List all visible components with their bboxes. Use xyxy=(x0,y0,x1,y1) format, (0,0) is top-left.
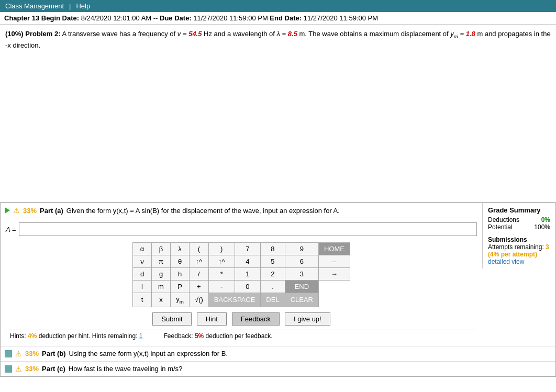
menu-help[interactable]: Help xyxy=(76,2,90,10)
chapter-info: Chapter 13 Begin Date: 8/24/2020 12:01:0… xyxy=(0,12,556,25)
key-dot[interactable]: . xyxy=(261,281,285,293)
hints-remaining[interactable]: 1 xyxy=(139,332,143,340)
due-date: 11/27/2020 11:59:00 PM xyxy=(193,14,268,22)
v-unit: Hz and a wavelength of xyxy=(204,30,275,38)
key-x[interactable]: x xyxy=(152,293,171,307)
key-clear[interactable]: CLEAR xyxy=(285,293,318,307)
grade-summary: Grade Summary Deductions 0% Potential 10… xyxy=(482,203,555,268)
problem-statement: (10%) Problem 2: A transverse wave has a… xyxy=(0,25,556,203)
deductions-value: 0% xyxy=(541,216,550,223)
key-P[interactable]: P xyxy=(171,281,190,293)
key-beta[interactable]: β xyxy=(152,243,171,255)
part-b-icon xyxy=(5,350,12,357)
detailed-view-link[interactable]: detailed view xyxy=(488,258,524,265)
key-m[interactable]: m xyxy=(152,281,171,293)
key-sup2[interactable]: ↑^ xyxy=(208,255,235,268)
feedback-label: Feedback: xyxy=(164,332,193,340)
attempts-note: (4% per attempt) xyxy=(488,251,550,258)
attempts-value: 3 xyxy=(546,243,549,251)
part-c-row: ⚠ 33% Part (c) How fast is the wave trav… xyxy=(1,361,555,376)
ym-label: ym = xyxy=(450,30,465,38)
answer-input[interactable] xyxy=(19,222,477,236)
key-t[interactable]: t xyxy=(133,293,152,307)
key-end[interactable]: END xyxy=(285,281,318,293)
part-c-label: Part (c) xyxy=(42,365,65,373)
buttons-row: Submit Hint Feedback I give up! xyxy=(6,312,477,326)
key-theta[interactable]: θ xyxy=(171,255,190,268)
key-8[interactable]: 8 xyxy=(261,243,285,255)
key-minus[interactable]: - xyxy=(208,281,235,293)
key-sup1[interactable]: ↑^ xyxy=(190,255,209,268)
deductions-label: Deductions xyxy=(488,216,519,223)
key-del[interactable]: DEL xyxy=(261,293,285,307)
hints-label: Hints: xyxy=(10,332,26,340)
key-5[interactable]: 5 xyxy=(261,255,285,268)
v-label: v = xyxy=(177,30,188,38)
give-up-button[interactable]: I give up! xyxy=(285,312,330,326)
key-home[interactable]: HOME xyxy=(318,243,350,255)
due-label: Due Date: xyxy=(160,14,192,22)
part-a-header: ⚠ 33% Part (a) Given the form y(x,t) = A… xyxy=(1,203,482,218)
key-d[interactable]: d xyxy=(133,268,152,281)
key-3[interactable]: 3 xyxy=(285,268,318,281)
key-arrow-right[interactable]: → xyxy=(318,268,350,281)
part-a-body: A = α β λ ( ) 7 8 9 HOME ν π xyxy=(1,218,482,346)
part-b-percent: 33% xyxy=(25,350,39,357)
lambda-value: 8.5 xyxy=(288,30,297,38)
key-sqrt[interactable]: √() xyxy=(190,293,209,307)
ym-value: 1.8 xyxy=(466,30,475,38)
key-open-paren[interactable]: ( xyxy=(190,243,209,255)
part-c-icon xyxy=(5,365,12,373)
deductions-row: Deductions 0% xyxy=(488,216,550,223)
grade-summary-title: Grade Summary xyxy=(488,206,550,214)
part-a-section: Grade Summary Deductions 0% Potential 10… xyxy=(0,203,556,377)
key-1[interactable]: 1 xyxy=(235,268,261,281)
key-plus[interactable]: + xyxy=(190,281,209,293)
chapter-name: Chapter 13 xyxy=(4,14,39,22)
key-4[interactable]: 4 xyxy=(235,255,261,268)
feedback-button[interactable]: Feedback xyxy=(232,312,280,326)
hint-button[interactable]: Hint xyxy=(197,312,227,326)
key-9[interactable]: 9 xyxy=(285,243,318,255)
key-pi[interactable]: π xyxy=(152,255,171,268)
v-value: 54.5 xyxy=(188,30,202,38)
keyboard-table: α β λ ( ) 7 8 9 HOME ν π θ ↑^ ↑^ 4 xyxy=(132,242,350,307)
key-nu[interactable]: ν xyxy=(133,255,152,268)
input-label: A = xyxy=(6,226,16,233)
menu-separator: | xyxy=(69,2,71,10)
end-date: 11/27/2020 11:59:00 PM xyxy=(304,14,378,22)
hints-info: Hints: 4% deduction per hint. Hints rema… xyxy=(10,332,143,340)
begin-date: 8/24/2020 12:01:00 AM xyxy=(81,14,151,22)
key-g[interactable]: g xyxy=(152,268,171,281)
key-slash[interactable]: / xyxy=(190,268,209,281)
problem-text-before: A transverse wave has a frequency of xyxy=(62,30,175,38)
part-b-label: Part (b) xyxy=(42,350,66,357)
part-b-description: Using the same form y(x,t) input an expr… xyxy=(69,350,228,357)
key-alpha[interactable]: α xyxy=(133,243,152,255)
hints-text: deduction per hint. Hints remaining: xyxy=(39,332,138,340)
key-backspace[interactable]: BACKSPACE xyxy=(208,293,261,307)
key-dash[interactable]: – xyxy=(318,255,350,268)
key-ym[interactable]: ym xyxy=(171,293,190,307)
key-2[interactable]: 2 xyxy=(261,268,285,281)
key-h[interactable]: h xyxy=(171,268,190,281)
key-lambda[interactable]: λ xyxy=(171,243,190,255)
key-close-paren[interactable]: ) xyxy=(208,243,235,255)
expand-icon[interactable] xyxy=(5,207,10,214)
menu-class-management[interactable]: Class Management xyxy=(5,2,64,10)
key-7[interactable]: 7 xyxy=(235,243,261,255)
part-a-label: Part (a) xyxy=(40,207,63,215)
feedback-info: Feedback: 5% deduction per feedback. xyxy=(164,332,273,340)
potential-label: Potential xyxy=(488,223,513,231)
submit-button[interactable]: Submit xyxy=(152,312,191,326)
part-c-warning-icon: ⚠ xyxy=(15,365,22,373)
feedback-text: deduction per feedback. xyxy=(206,332,273,340)
key-i[interactable]: i xyxy=(133,281,152,293)
warning-icon: ⚠ xyxy=(13,206,20,215)
key-multiply[interactable]: * xyxy=(208,268,235,281)
part-c-description: How fast is the wave traveling in m/s? xyxy=(69,365,182,373)
problem-weight: (10%) xyxy=(5,30,24,38)
key-0[interactable]: 0 xyxy=(235,281,261,293)
potential-row: Potential 100% xyxy=(488,223,550,231)
key-6[interactable]: 6 xyxy=(285,255,318,268)
